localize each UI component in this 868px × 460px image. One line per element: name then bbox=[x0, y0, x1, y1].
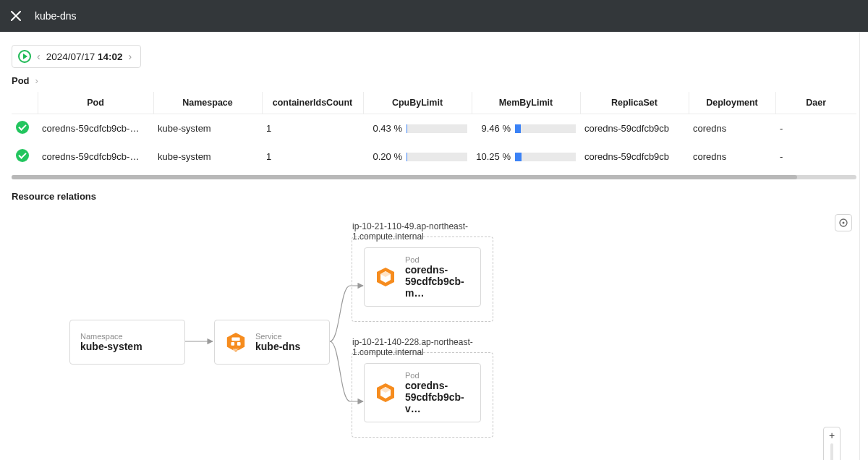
cell-cpu: 0.20 % bbox=[363, 142, 472, 171]
node-group: ip-10-21-140-228.ap-northeast-1.compute.… bbox=[352, 352, 493, 438]
group-label: ip-10-21-140-228.ap-northeast-1.compute.… bbox=[352, 337, 493, 357]
node-kind: Namespace bbox=[80, 332, 142, 341]
cell-mem: 10.25 % bbox=[472, 142, 580, 171]
close-icon[interactable] bbox=[10, 10, 22, 22]
cell-namespace: kube-system bbox=[153, 142, 262, 171]
svg-rect-4 bbox=[237, 342, 241, 346]
node-name: kube-system bbox=[80, 341, 142, 352]
cell-mem: 9.46 % bbox=[472, 114, 580, 143]
cell-pod: coredns-59cdfcb9cb-… bbox=[38, 142, 153, 171]
time-prev-button[interactable]: ‹ bbox=[34, 51, 43, 62]
node-kind: Pod bbox=[405, 371, 470, 380]
node-kind: Pod bbox=[405, 255, 470, 264]
col-replicaset[interactable]: ReplicaSet bbox=[580, 92, 689, 114]
time-picker[interactable]: ‹ 2024/07/17 14:02 › bbox=[12, 45, 141, 68]
service-icon: SVC bbox=[225, 331, 247, 353]
time-display: 2024/07/17 14:02 bbox=[46, 51, 123, 62]
col-namespace[interactable]: Namespace bbox=[153, 92, 262, 114]
page-title: kube-dns bbox=[35, 10, 77, 22]
status-ok-icon bbox=[16, 121, 29, 134]
pod-icon bbox=[375, 266, 396, 288]
recenter-button[interactable] bbox=[835, 214, 852, 231]
cell-daer: - bbox=[775, 142, 856, 171]
zoom-in-button[interactable]: + bbox=[825, 429, 838, 442]
svg-rect-3 bbox=[231, 342, 234, 346]
col-containers[interactable]: containerIdsCount bbox=[262, 92, 363, 114]
col-deployment[interactable]: Deployment bbox=[689, 92, 775, 114]
node-group: ip-10-21-110-49.ap-northeast-1.compute.i… bbox=[352, 237, 493, 322]
chevron-right-icon: › bbox=[35, 75, 38, 86]
window-v-scrollbar[interactable] bbox=[859, 32, 868, 460]
zoom-panel: + − bbox=[835, 210, 852, 231]
cell-deployment: coredns bbox=[689, 114, 775, 143]
section-title: Resource relations bbox=[0, 179, 868, 202]
node-service[interactable]: SVC Service kube-dns bbox=[214, 320, 330, 365]
cell-containers: 1 bbox=[262, 142, 363, 171]
cell-daer: - bbox=[775, 114, 856, 143]
time-next-button[interactable]: › bbox=[126, 51, 135, 62]
cell-pod: coredns-59cdfcb9cb-… bbox=[38, 114, 153, 143]
svg-text:SVC: SVC bbox=[233, 349, 239, 352]
node-kind: Service bbox=[255, 332, 300, 341]
cell-replicaset: coredns-59cdfcb9cb bbox=[580, 114, 689, 143]
pod-icon bbox=[375, 382, 396, 404]
col-mem[interactable]: MemByLimit bbox=[472, 92, 580, 114]
time-date: 2024/07/17 bbox=[46, 51, 95, 62]
col-daer[interactable]: Daer bbox=[775, 92, 856, 114]
table-row[interactable]: coredns-59cdfcb9cb-…kube-system10.43 %9.… bbox=[12, 114, 856, 143]
node-pod[interactable]: Pod coredns-59cdfcb9cb-m… bbox=[364, 247, 481, 307]
status-cell bbox=[12, 142, 38, 171]
node-name: coredns-59cdfcb9cb-m… bbox=[405, 264, 470, 299]
cell-namespace: kube-system bbox=[153, 114, 262, 143]
status-ok-icon bbox=[16, 149, 29, 162]
time-hhmm: 14:02 bbox=[98, 51, 123, 62]
group-label: ip-10-21-110-49.ap-northeast-1.compute.i… bbox=[352, 221, 493, 242]
breadcrumb: Pod › bbox=[0, 75, 868, 92]
breadcrumb-root[interactable]: Pod bbox=[12, 75, 30, 86]
cell-containers: 1 bbox=[262, 114, 363, 143]
controls-row: ‹ 2024/07/17 14:02 › bbox=[0, 32, 868, 75]
relations-canvas[interactable]: Namespace kube-system SVC Service kube-d… bbox=[12, 208, 856, 460]
node-pod[interactable]: Pod coredns-59cdfcb9cb-v… bbox=[364, 363, 481, 422]
pods-table: Pod Namespace containerIdsCount CpuByLim… bbox=[0, 92, 868, 179]
cell-cpu: 0.43 % bbox=[363, 114, 472, 143]
play-icon[interactable] bbox=[18, 50, 31, 63]
col-cpu[interactable]: CpuByLimit bbox=[363, 92, 472, 114]
node-name: kube-dns bbox=[255, 341, 300, 352]
node-name: coredns-59cdfcb9cb-v… bbox=[405, 380, 470, 414]
cell-replicaset: coredns-59cdfcb9cb bbox=[580, 142, 689, 171]
titlebar: kube-dns bbox=[0, 0, 868, 32]
svg-point-13 bbox=[843, 222, 845, 224]
node-namespace[interactable]: Namespace kube-system bbox=[69, 320, 185, 365]
table-row[interactable]: coredns-59cdfcb9cb-…kube-system10.20 %10… bbox=[12, 142, 856, 171]
svg-rect-2 bbox=[231, 337, 239, 341]
status-cell bbox=[12, 114, 38, 143]
cell-deployment: coredns bbox=[689, 142, 775, 171]
col-pod[interactable]: Pod bbox=[38, 92, 153, 114]
zoom-slider[interactable] bbox=[830, 443, 833, 460]
table-header: Pod Namespace containerIdsCount CpuByLim… bbox=[12, 92, 856, 114]
